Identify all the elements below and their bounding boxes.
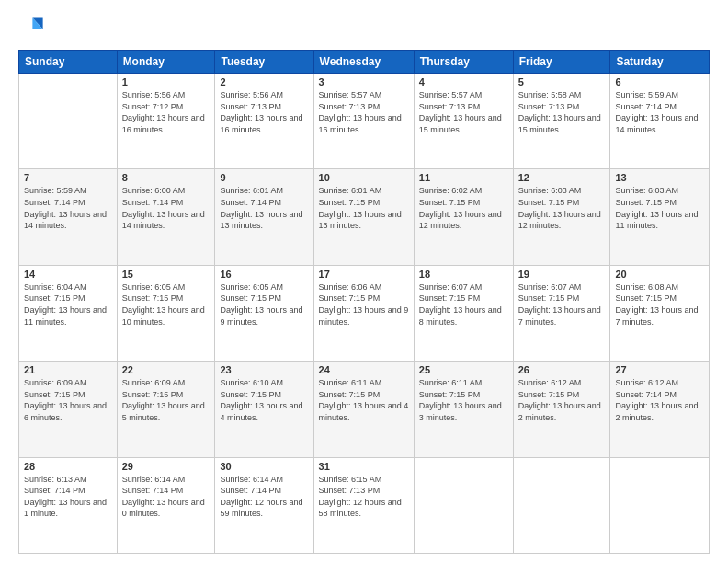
day-number: 24 <box>319 364 409 375</box>
calendar-cell: 18 Sunrise: 6:07 AMSunset: 7:15 PMDaylig… <box>414 265 513 361</box>
page: SundayMondayTuesdayWednesdayThursdayFrid… <box>0 0 728 563</box>
week-row: 21 Sunrise: 6:09 AMSunset: 7:15 PMDaylig… <box>19 362 710 457</box>
day-number: 10 <box>319 172 409 183</box>
calendar-cell: 21 Sunrise: 6:09 AMSunset: 7:15 PMDaylig… <box>19 362 118 457</box>
day-info: Sunrise: 5:56 AMSunset: 7:12 PMDaylight:… <box>122 90 205 134</box>
logo-icon <box>18 15 44 40</box>
calendar-cell: 2 Sunrise: 5:56 AMSunset: 7:13 PMDayligh… <box>215 74 313 169</box>
day-info: Sunrise: 5:56 AMSunset: 7:13 PMDaylight:… <box>220 90 302 134</box>
weekday-header-wednesday: Wednesday <box>313 51 414 74</box>
day-number: 19 <box>518 269 606 280</box>
day-info: Sunrise: 5:59 AMSunset: 7:14 PMDaylight:… <box>615 90 698 134</box>
day-number: 20 <box>615 269 704 280</box>
weekday-header-saturday: Saturday <box>610 51 710 74</box>
day-number: 16 <box>220 269 308 280</box>
day-number: 22 <box>122 364 210 375</box>
day-info: Sunrise: 6:02 AMSunset: 7:15 PMDaylight:… <box>419 186 502 230</box>
day-info: Sunrise: 6:01 AMSunset: 7:15 PMDaylight:… <box>319 186 402 230</box>
calendar-cell <box>19 74 118 169</box>
week-row: 14 Sunrise: 6:04 AMSunset: 7:15 PMDaylig… <box>19 265 710 361</box>
day-info: Sunrise: 6:14 AMSunset: 7:14 PMDaylight:… <box>122 475 205 519</box>
day-info: Sunrise: 6:01 AMSunset: 7:14 PMDaylight:… <box>220 186 302 230</box>
day-number: 8 <box>122 172 210 183</box>
calendar-cell: 8 Sunrise: 6:00 AMSunset: 7:14 PMDayligh… <box>117 169 215 265</box>
calendar-cell: 27 Sunrise: 6:12 AMSunset: 7:14 PMDaylig… <box>610 362 710 457</box>
day-info: Sunrise: 6:09 AMSunset: 7:15 PMDaylight:… <box>24 378 107 422</box>
day-info: Sunrise: 6:09 AMSunset: 7:15 PMDaylight:… <box>122 378 205 422</box>
calendar-table: SundayMondayTuesdayWednesdayThursdayFrid… <box>18 50 710 554</box>
calendar-cell: 3 Sunrise: 5:57 AMSunset: 7:13 PMDayligh… <box>313 74 414 169</box>
day-info: Sunrise: 6:05 AMSunset: 7:15 PMDaylight:… <box>220 282 302 327</box>
calendar-cell: 10 Sunrise: 6:01 AMSunset: 7:15 PMDaylig… <box>313 169 414 265</box>
calendar-cell: 19 Sunrise: 6:07 AMSunset: 7:15 PMDaylig… <box>513 265 610 361</box>
day-info: Sunrise: 6:03 AMSunset: 7:15 PMDaylight:… <box>615 186 698 230</box>
day-number: 12 <box>518 172 606 183</box>
day-number: 18 <box>419 269 508 280</box>
day-number: 3 <box>319 76 409 87</box>
calendar-cell: 15 Sunrise: 6:05 AMSunset: 7:15 PMDaylig… <box>117 265 215 361</box>
day-number: 26 <box>518 364 606 375</box>
calendar-cell <box>610 457 710 553</box>
calendar-cell: 9 Sunrise: 6:01 AMSunset: 7:14 PMDayligh… <box>215 169 313 265</box>
day-info: Sunrise: 6:12 AMSunset: 7:14 PMDaylight:… <box>615 378 698 422</box>
calendar-cell: 1 Sunrise: 5:56 AMSunset: 7:12 PMDayligh… <box>117 74 215 169</box>
day-info: Sunrise: 6:06 AMSunset: 7:15 PMDaylight:… <box>319 282 409 327</box>
calendar-cell: 29 Sunrise: 6:14 AMSunset: 7:14 PMDaylig… <box>117 457 215 553</box>
day-number: 9 <box>220 172 308 183</box>
calendar-cell: 16 Sunrise: 6:05 AMSunset: 7:15 PMDaylig… <box>215 265 313 361</box>
calendar-cell: 20 Sunrise: 6:08 AMSunset: 7:15 PMDaylig… <box>610 265 710 361</box>
day-number: 30 <box>220 461 308 472</box>
day-number: 27 <box>615 364 704 375</box>
calendar-cell: 26 Sunrise: 6:12 AMSunset: 7:15 PMDaylig… <box>513 362 610 457</box>
calendar-cell: 4 Sunrise: 5:57 AMSunset: 7:13 PMDayligh… <box>414 74 513 169</box>
day-info: Sunrise: 6:08 AMSunset: 7:15 PMDaylight:… <box>615 282 698 327</box>
weekday-header-sunday: Sunday <box>19 51 118 74</box>
day-number: 13 <box>615 172 704 183</box>
weekday-header-monday: Monday <box>117 51 215 74</box>
calendar-cell <box>414 457 513 553</box>
calendar-cell <box>513 457 610 553</box>
day-info: Sunrise: 6:11 AMSunset: 7:15 PMDaylight:… <box>319 378 409 422</box>
day-info: Sunrise: 6:03 AMSunset: 7:15 PMDaylight:… <box>518 186 601 230</box>
day-number: 17 <box>319 269 409 280</box>
calendar-cell: 25 Sunrise: 6:11 AMSunset: 7:15 PMDaylig… <box>414 362 513 457</box>
weekday-header-row: SundayMondayTuesdayWednesdayThursdayFrid… <box>19 51 710 74</box>
day-number: 21 <box>24 364 112 375</box>
calendar-cell: 23 Sunrise: 6:10 AMSunset: 7:15 PMDaylig… <box>215 362 313 457</box>
calendar-cell: 13 Sunrise: 6:03 AMSunset: 7:15 PMDaylig… <box>610 169 710 265</box>
day-info: Sunrise: 6:07 AMSunset: 7:15 PMDaylight:… <box>419 282 502 327</box>
day-info: Sunrise: 6:15 AMSunset: 7:13 PMDaylight:… <box>319 475 402 519</box>
weekday-header-thursday: Thursday <box>414 51 513 74</box>
day-info: Sunrise: 6:07 AMSunset: 7:15 PMDaylight:… <box>518 282 601 327</box>
day-number: 6 <box>615 76 704 87</box>
day-info: Sunrise: 5:57 AMSunset: 7:13 PMDaylight:… <box>319 90 402 134</box>
day-number: 2 <box>220 76 308 87</box>
calendar-cell: 6 Sunrise: 5:59 AMSunset: 7:14 PMDayligh… <box>610 74 710 169</box>
calendar-cell: 28 Sunrise: 6:13 AMSunset: 7:14 PMDaylig… <box>19 457 118 553</box>
weekday-header-friday: Friday <box>513 51 610 74</box>
day-number: 28 <box>24 461 112 472</box>
day-number: 14 <box>24 269 112 280</box>
day-info: Sunrise: 6:12 AMSunset: 7:15 PMDaylight:… <box>518 378 601 422</box>
day-number: 25 <box>419 364 508 375</box>
week-row: 28 Sunrise: 6:13 AMSunset: 7:14 PMDaylig… <box>19 457 710 553</box>
day-number: 4 <box>419 76 508 87</box>
day-number: 15 <box>122 269 210 280</box>
day-info: Sunrise: 5:58 AMSunset: 7:13 PMDaylight:… <box>518 90 601 134</box>
week-row: 1 Sunrise: 5:56 AMSunset: 7:12 PMDayligh… <box>19 74 710 169</box>
calendar-cell: 7 Sunrise: 5:59 AMSunset: 7:14 PMDayligh… <box>19 169 118 265</box>
day-number: 31 <box>319 461 409 472</box>
day-number: 11 <box>419 172 508 183</box>
day-info: Sunrise: 6:00 AMSunset: 7:14 PMDaylight:… <box>122 186 205 230</box>
day-info: Sunrise: 6:04 AMSunset: 7:15 PMDaylight:… <box>24 282 107 327</box>
header <box>18 15 710 40</box>
weekday-header-tuesday: Tuesday <box>215 51 313 74</box>
calendar-cell: 17 Sunrise: 6:06 AMSunset: 7:15 PMDaylig… <box>313 265 414 361</box>
calendar-cell: 22 Sunrise: 6:09 AMSunset: 7:15 PMDaylig… <box>117 362 215 457</box>
calendar-cell: 30 Sunrise: 6:14 AMSunset: 7:14 PMDaylig… <box>215 457 313 553</box>
calendar-cell: 31 Sunrise: 6:15 AMSunset: 7:13 PMDaylig… <box>313 457 414 553</box>
day-number: 23 <box>220 364 308 375</box>
week-row: 7 Sunrise: 5:59 AMSunset: 7:14 PMDayligh… <box>19 169 710 265</box>
day-number: 5 <box>518 76 606 87</box>
calendar-cell: 11 Sunrise: 6:02 AMSunset: 7:15 PMDaylig… <box>414 169 513 265</box>
